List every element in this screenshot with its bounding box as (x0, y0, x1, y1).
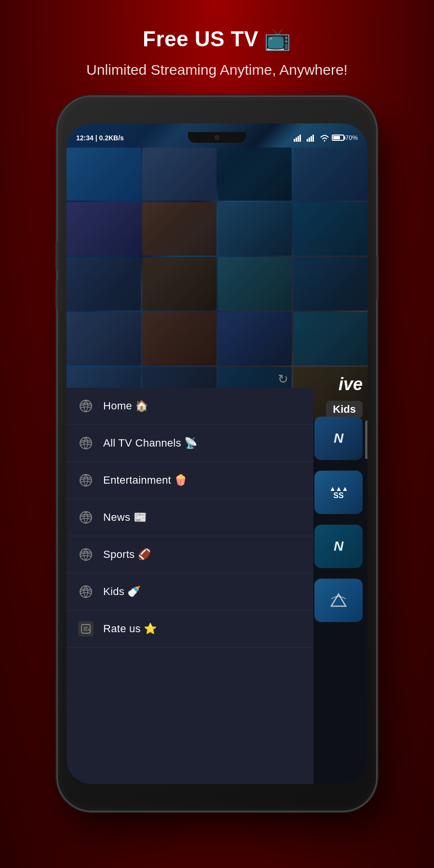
nav-item-news[interactable]: News 📰 (67, 499, 313, 536)
phone-notch (188, 132, 246, 143)
channel-icon-3[interactable]: N (314, 525, 363, 568)
nav-item-rate-label: Rate us ⭐ (103, 623, 157, 635)
signal-icon-2 (307, 134, 317, 142)
thumb-2 (142, 148, 217, 201)
svg-rect-5 (309, 137, 310, 142)
thumb-10 (142, 257, 217, 311)
channel-icon-1[interactable]: N (314, 417, 363, 460)
battery-indicator: 70% (332, 134, 358, 141)
kids-tag: Kids (326, 401, 363, 418)
svg-rect-1 (296, 137, 297, 142)
app-content: ive Kids ↻ N ▲▲▲ SS N (67, 123, 367, 784)
camera-dot (215, 135, 219, 140)
globe-icon-sports (78, 547, 94, 562)
thumb-12 (293, 257, 367, 311)
nav-item-entertainment-label: Entertainment 🍿 (103, 474, 188, 487)
nav-item-home[interactable]: Home 🏠 (67, 388, 313, 425)
phone-screen: 12:34 | 0.2KB/s (67, 123, 367, 784)
rate-icon (78, 621, 94, 637)
channel-icon-2[interactable]: ▲▲▲ SS (314, 471, 363, 514)
thumb-4 (293, 148, 367, 201)
status-speed: 0.2KB/s (99, 134, 124, 142)
thumb-3 (218, 148, 292, 201)
thumb-6 (142, 202, 217, 256)
live-label: ive (339, 374, 363, 394)
status-separator: | (95, 134, 99, 142)
channel-icon-4[interactable] (314, 579, 363, 622)
svg-point-13 (80, 586, 92, 597)
nav-item-sports[interactable]: Sports 🏈 (67, 536, 313, 573)
thumb-9 (67, 257, 141, 311)
svg-rect-7 (312, 135, 314, 142)
globe-icon-entertainment (78, 473, 94, 488)
svg-point-8 (80, 400, 92, 412)
svg-rect-6 (311, 136, 312, 142)
refresh-button[interactable]: ↻ (273, 369, 293, 389)
volume-up-button (55, 242, 58, 271)
tv-thumbnail-grid (67, 123, 367, 421)
svg-point-12 (80, 549, 92, 560)
thumb-7 (218, 202, 292, 256)
globe-icon-all-tv (78, 435, 94, 451)
status-icons: 70% (294, 134, 358, 142)
thumb-14 (142, 312, 217, 366)
nav-item-all-tv[interactable]: All TV Channels 📡 (67, 425, 313, 462)
nav-item-rate[interactable]: Rate us ⭐ (67, 610, 313, 648)
thumb-13 (67, 312, 141, 366)
power-button (376, 256, 379, 299)
scroll-handle[interactable] (365, 420, 367, 459)
nav-item-news-label: News 📰 (103, 511, 147, 524)
thumb-11 (218, 257, 292, 311)
nav-item-home-label: Home 🏠 (103, 400, 149, 412)
svg-rect-3 (299, 135, 301, 142)
nav-item-kids-label: Kids 🍼 (103, 585, 141, 598)
globe-icon-kids (78, 584, 94, 599)
channel-logo-icon (329, 592, 348, 609)
globe-icon-news (78, 510, 94, 525)
nav-item-all-tv-label: All TV Channels 📡 (103, 437, 198, 449)
nav-item-entertainment[interactable]: Entertainment 🍿 (67, 462, 313, 499)
wifi-icon (320, 134, 329, 142)
svg-rect-0 (294, 139, 295, 142)
thumb-15 (218, 312, 292, 366)
thumb-8 (293, 202, 367, 256)
volume-down-button (55, 280, 58, 309)
channel-list-right: N ▲▲▲ SS N (314, 417, 363, 627)
svg-rect-2 (298, 136, 299, 142)
battery-tip (344, 136, 345, 139)
svg-rect-4 (307, 139, 308, 142)
app-title: Free US TV 📺 (0, 27, 434, 52)
thumb-16 (293, 312, 367, 366)
phone-mockup: 12:34 | 0.2KB/s (58, 97, 376, 811)
status-time: 12:34 (76, 134, 94, 142)
app-subtitle: Unlimited Streaming Anytime, Anywhere! (0, 60, 434, 80)
navigation-drawer: Home 🏠 All TV Channels 📡 (67, 388, 313, 784)
svg-point-9 (80, 437, 92, 449)
nav-item-kids[interactable]: Kids 🍼 (67, 573, 313, 610)
globe-icon-home (78, 398, 94, 414)
status-time-speed: 12:34 | 0.2KB/s (76, 134, 124, 142)
svg-point-10 (80, 475, 92, 486)
thumb-1 (67, 148, 141, 201)
header-section: Free US TV 📺 Unlimited Streaming Anytime… (0, 0, 434, 92)
hero-banner (67, 123, 367, 421)
battery-percent: 70% (345, 134, 358, 141)
battery-fill (333, 136, 340, 139)
battery-icon (332, 135, 344, 141)
nav-item-sports-label: Sports 🏈 (103, 548, 151, 561)
signal-icon (294, 134, 304, 142)
thumb-5 (67, 202, 141, 256)
svg-point-11 (80, 512, 92, 523)
